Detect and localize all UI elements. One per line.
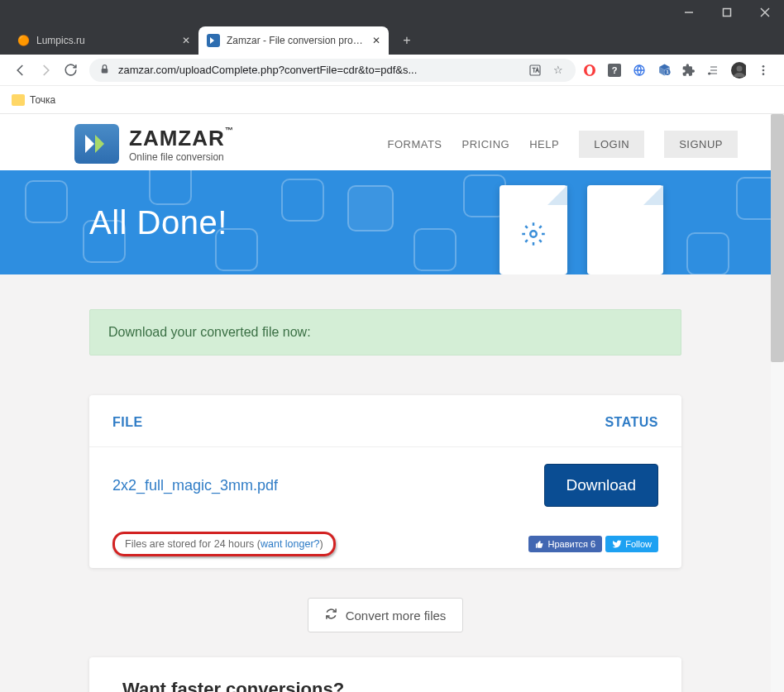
menu-icon[interactable] — [756, 63, 771, 78]
url-input[interactable]: zamzar.com/uploadComplete.php?convertFil… — [89, 59, 576, 82]
col-header-status: STATUS — [605, 415, 658, 430]
favicon-orange-icon: 🟠 — [17, 34, 30, 47]
browser-titlebar: 🟠 Lumpics.ru ✕ Zamzar - File conversion … — [0, 0, 784, 55]
translate-icon[interactable] — [528, 63, 543, 78]
browser-tab-lumpics[interactable]: 🟠 Lumpics.ru ✕ — [8, 26, 198, 55]
success-alert: Download your converted file now: — [89, 309, 681, 356]
login-button[interactable]: LOGIN — [579, 131, 644, 158]
brand-name: ZAMZAR™ — [129, 126, 234, 151]
folder-icon — [12, 94, 25, 106]
globe-icon[interactable] — [632, 63, 647, 78]
nav-help[interactable]: HELP — [529, 138, 559, 150]
bookmarks-bar: Точка — [0, 86, 784, 114]
window-maximize-button[interactable] — [708, 0, 746, 25]
file-card: FILE STATUS 2x2_full_magic_3mm.pdf Downl… — [89, 395, 681, 568]
nav-formats[interactable]: FORMATS — [387, 138, 442, 150]
facebook-like-button[interactable]: Нравится 6 — [528, 536, 602, 552]
twitter-follow-button[interactable]: Follow — [605, 536, 658, 552]
brand-tagline: Online file conversion — [129, 151, 234, 163]
convert-more-label: Convert more files — [346, 608, 447, 623]
svg-text:1: 1 — [666, 69, 668, 74]
hero-banner: All Done! — [0, 170, 771, 274]
col-header-file: FILE — [112, 415, 143, 430]
tab-close-icon[interactable]: ✕ — [372, 35, 380, 46]
window-close-button[interactable] — [746, 0, 784, 25]
svg-point-20 — [530, 231, 537, 237]
gear-icon — [521, 222, 546, 250]
tab-title: Zamzar - File conversion progress — [227, 35, 367, 46]
url-text: zamzar.com/uploadComplete.php?convertFil… — [118, 64, 528, 76]
star-icon[interactable]: ☆ — [551, 63, 566, 78]
window-minimize-button[interactable] — [670, 0, 708, 25]
extensions-icon[interactable] — [681, 63, 696, 78]
cube-icon[interactable]: 1 — [657, 63, 672, 78]
svg-point-17 — [762, 65, 765, 68]
file-link[interactable]: 2x2_full_magic_3mm.pdf — [112, 477, 278, 494]
storage-note: Files are stored for 24 hours (want long… — [112, 532, 336, 556]
faster-title: Want faster conversions? — [122, 679, 648, 692]
scrollbar-thumb[interactable] — [771, 114, 784, 362]
scrollbar[interactable] — [771, 114, 784, 692]
address-bar: zamzar.com/uploadComplete.php?convertFil… — [0, 55, 784, 86]
want-longer-link[interactable]: want longer? — [261, 538, 320, 550]
svg-point-16 — [737, 65, 743, 71]
site-header: ZAMZAR™ Online file conversion FORMATS P… — [0, 114, 771, 170]
svg-rect-1 — [724, 9, 731, 17]
hero-doc-icons — [500, 185, 663, 274]
browser-tab-zamzar[interactable]: Zamzar - File conversion progress ✕ — [198, 26, 389, 55]
bookmark-label: Точка — [30, 94, 55, 106]
nav-pricing[interactable]: PRICING — [462, 138, 510, 150]
hero-title: All Done! — [89, 204, 227, 241]
tab-close-icon[interactable]: ✕ — [182, 35, 190, 46]
nav-forward-button[interactable] — [33, 58, 58, 83]
convert-more-button[interactable]: Convert more files — [308, 598, 464, 632]
svg-point-14 — [709, 73, 710, 74]
bookmark-tochka[interactable]: Точка — [12, 94, 55, 106]
opera-icon[interactable] — [582, 63, 597, 78]
help-icon[interactable]: ? — [607, 63, 622, 78]
nav-back-button[interactable] — [8, 58, 33, 83]
refresh-icon — [325, 608, 337, 623]
svg-text:?: ? — [612, 65, 618, 75]
logo[interactable]: ZAMZAR™ Online file conversion — [74, 124, 234, 164]
faster-card: Want faster conversions? — [89, 657, 681, 692]
music-icon[interactable] — [706, 63, 721, 78]
tab-title: Lumpics.ru — [36, 35, 177, 46]
signup-button[interactable]: SIGNUP — [664, 131, 738, 158]
svg-point-19 — [762, 73, 765, 75]
nav-reload-button[interactable] — [58, 58, 83, 83]
avatar-icon[interactable] — [731, 63, 746, 78]
download-button[interactable]: Download — [544, 464, 659, 507]
svg-point-8 — [587, 65, 593, 74]
favicon-zamzar-icon — [207, 34, 220, 47]
svg-rect-5 — [102, 68, 108, 72]
lock-icon — [99, 64, 110, 77]
svg-point-18 — [762, 69, 765, 71]
logo-mark-icon — [74, 124, 119, 164]
new-tab-button[interactable]: + — [395, 29, 418, 52]
